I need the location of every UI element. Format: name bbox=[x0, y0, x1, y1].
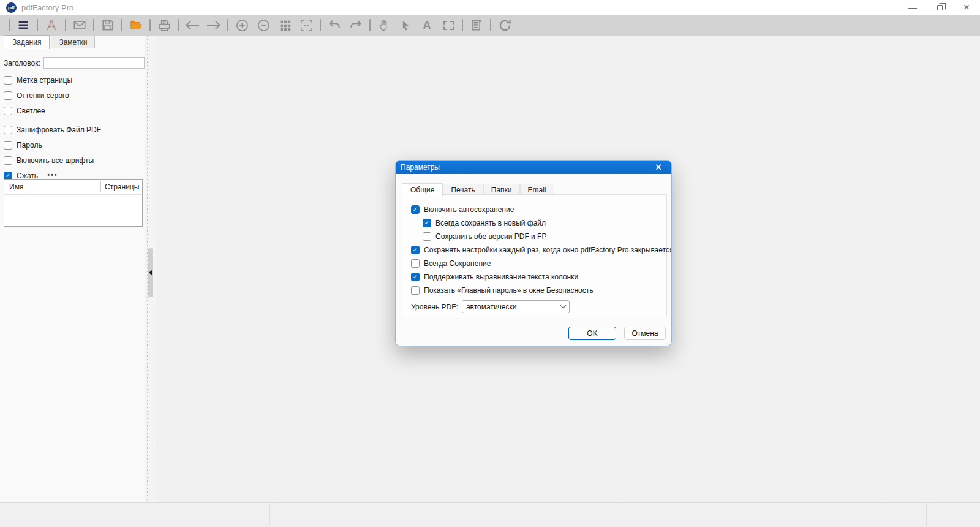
forward-arrow-icon bbox=[206, 18, 222, 32]
sidebar-tabs: Задания Заметки bbox=[0, 36, 145, 48]
toolbar-separator bbox=[462, 19, 463, 31]
marquee-select-button[interactable] bbox=[440, 17, 456, 33]
zoom-in-icon bbox=[235, 18, 249, 32]
status-bar bbox=[0, 502, 980, 527]
checkbox[interactable] bbox=[423, 219, 431, 227]
open-button[interactable] bbox=[128, 17, 144, 33]
checkbox[interactable] bbox=[4, 156, 12, 165]
toolbar-separator bbox=[369, 19, 371, 31]
checkbox[interactable] bbox=[423, 232, 431, 241]
checkbox-label: Включить автосохранение bbox=[424, 205, 514, 214]
dialog-close-button[interactable]: ✕ bbox=[650, 162, 666, 173]
acrobat-button[interactable] bbox=[43, 17, 59, 33]
zoom-out-button[interactable] bbox=[255, 17, 271, 33]
restore-button[interactable] bbox=[926, 0, 953, 15]
cursor-button[interactable] bbox=[398, 17, 413, 33]
undo-icon bbox=[327, 18, 342, 32]
cancel-button[interactable]: Отмена bbox=[624, 327, 666, 340]
window-titlebar: pdf pdfFactory Pro — × bbox=[0, 0, 980, 15]
option-autosave[interactable]: Включить автосохранение bbox=[411, 203, 666, 216]
dialog-title: Параметры bbox=[401, 163, 440, 172]
pdf-level-dropdown[interactable]: автоматически bbox=[462, 300, 570, 313]
checkbox[interactable] bbox=[4, 76, 12, 85]
title-input[interactable] bbox=[43, 57, 145, 69]
option-password[interactable]: Пароль bbox=[4, 141, 145, 150]
option-always-save[interactable]: Всегда Сохранение bbox=[411, 257, 666, 270]
redo-button[interactable] bbox=[348, 17, 364, 33]
chevron-down-icon bbox=[560, 303, 566, 309]
statusbar-divider bbox=[270, 504, 270, 526]
ok-button[interactable]: OK bbox=[568, 327, 616, 340]
checkbox[interactable] bbox=[411, 286, 420, 295]
open-folder-icon bbox=[129, 18, 143, 32]
tab-notes[interactable]: Заметки bbox=[51, 36, 95, 48]
checkbox[interactable] bbox=[411, 205, 420, 214]
column-header-pages[interactable]: Страницы bbox=[100, 181, 142, 192]
close-button[interactable]: × bbox=[953, 0, 980, 15]
option-show-master-password[interactable]: Показать «Главный пароль» в окне Безопас… bbox=[411, 284, 666, 297]
checkbox[interactable] bbox=[411, 259, 420, 268]
checkbox-label: Зашифровать Файл PDF bbox=[17, 126, 101, 134]
checkbox-label: Поддерживать выравнивание текста колонки bbox=[424, 273, 578, 281]
redo-icon bbox=[349, 18, 363, 32]
minimize-button[interactable]: — bbox=[899, 0, 926, 15]
grid-icon bbox=[279, 19, 292, 32]
option-save-new-file[interactable]: Всегда сохранять в новый файл bbox=[423, 216, 666, 229]
printer-icon bbox=[157, 18, 172, 32]
print-button[interactable] bbox=[156, 17, 172, 33]
toolbar-separator bbox=[93, 19, 94, 31]
statusbar-divider bbox=[884, 504, 884, 526]
checkbox[interactable] bbox=[4, 141, 12, 150]
option-grayscale[interactable]: Оттенки серого bbox=[4, 91, 145, 100]
checkbox-label: Светлее bbox=[17, 107, 45, 115]
fit-page-button[interactable] bbox=[298, 17, 314, 33]
panel-splitter bbox=[145, 36, 156, 502]
pdf-level-value: автоматически bbox=[466, 303, 561, 311]
toolbar-separator bbox=[178, 19, 179, 31]
checkbox[interactable] bbox=[411, 246, 420, 254]
notes-button[interactable] bbox=[469, 17, 484, 33]
sidebar-options: Метка страницы Оттенки серого Светлее За… bbox=[4, 76, 145, 180]
zoom-in-button[interactable] bbox=[234, 17, 250, 33]
option-embed-fonts[interactable]: Включить все шрифты bbox=[4, 156, 145, 165]
collapse-left-icon bbox=[149, 270, 152, 275]
forward-button[interactable] bbox=[206, 17, 222, 33]
save-button[interactable] bbox=[100, 17, 116, 33]
checkbox-label: Всегда Сохранение bbox=[424, 259, 491, 268]
undo-button[interactable] bbox=[326, 17, 342, 33]
checkbox[interactable] bbox=[4, 107, 12, 115]
menu-button[interactable] bbox=[15, 17, 31, 33]
checkbox[interactable] bbox=[4, 126, 12, 134]
toolbar-separator bbox=[121, 19, 123, 31]
column-header-name[interactable]: Имя bbox=[4, 183, 100, 191]
options-dialog: Параметры ✕ Общие Печать Папки Email Вкл… bbox=[395, 160, 672, 346]
tab-general[interactable]: Общие bbox=[402, 183, 443, 196]
option-page-label[interactable]: Метка страницы bbox=[4, 76, 145, 85]
option-lighter[interactable]: Светлее bbox=[4, 107, 145, 115]
splitter-collapse-handle[interactable] bbox=[148, 248, 153, 297]
toolbar-separator bbox=[9, 19, 10, 31]
hamburger-menu-icon bbox=[17, 18, 30, 32]
pan-button[interactable] bbox=[376, 17, 392, 33]
text-tool-button[interactable] bbox=[419, 17, 435, 33]
option-save-settings-on-close[interactable]: Сохранять настройки каждый раз, когда ок… bbox=[411, 243, 666, 256]
compress-more-button[interactable]: ••• bbox=[47, 171, 58, 178]
dialog-titlebar[interactable]: Параметры ✕ bbox=[396, 161, 671, 174]
fit-page-icon bbox=[300, 18, 314, 32]
toolbar-separator bbox=[149, 19, 151, 31]
toolbar-separator bbox=[37, 19, 38, 31]
thumbnails-button[interactable] bbox=[277, 17, 293, 33]
checkbox[interactable] bbox=[411, 273, 420, 281]
pdf-level-row: Уровень PDF: автоматически bbox=[411, 300, 666, 313]
back-button[interactable] bbox=[184, 17, 200, 33]
checkbox-label: Включить все шрифты bbox=[17, 156, 94, 165]
checkbox[interactable] bbox=[4, 91, 12, 100]
save-icon bbox=[101, 18, 115, 32]
option-encrypt-pdf[interactable]: Зашифровать Файл PDF bbox=[4, 126, 145, 134]
option-save-both-versions[interactable]: Сохранить обе версии PDF и FP bbox=[423, 230, 666, 243]
acrobat-icon bbox=[45, 18, 58, 32]
refresh-button[interactable] bbox=[497, 17, 513, 33]
option-column-alignment[interactable]: Поддерживать выравнивание текста колонки bbox=[411, 270, 666, 283]
tab-jobs[interactable]: Задания bbox=[4, 35, 50, 49]
email-button[interactable] bbox=[72, 17, 88, 33]
